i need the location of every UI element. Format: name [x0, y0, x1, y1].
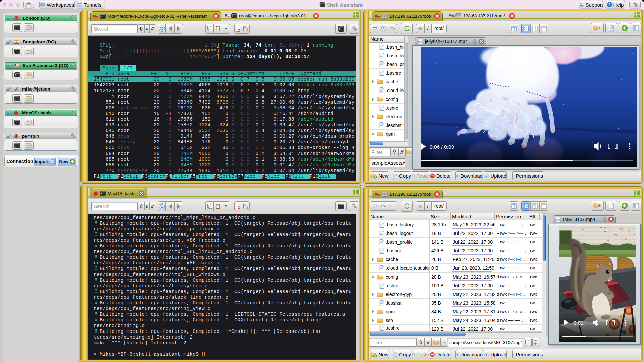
svg-text:0:06 / 0:09: 0:06 / 0:09 — [430, 144, 454, 150]
svg-text:0:01: 0:01 — [574, 320, 583, 326]
svg-text:?: ? — [608, 3, 610, 7]
